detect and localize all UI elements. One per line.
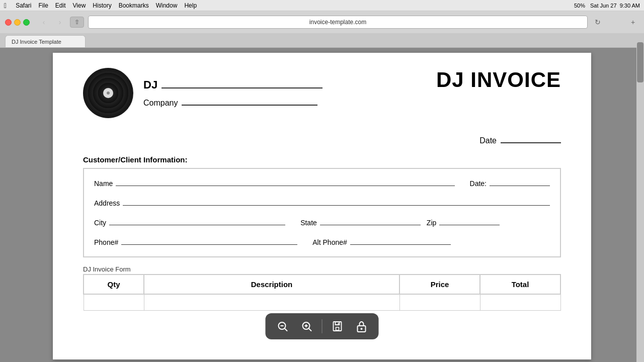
col-header-total: Total (480, 275, 560, 294)
date-section: Date (83, 133, 561, 145)
active-tab[interactable]: DJ Invoice Template (5, 35, 86, 47)
company-name-field[interactable] (182, 96, 317, 106)
lock-button[interactable] (353, 317, 371, 335)
invoice-title-section: DJ INVOICE (436, 68, 561, 92)
alt-phone-field[interactable] (350, 236, 451, 245)
table-row (84, 294, 560, 310)
zip-field[interactable] (439, 216, 500, 225)
col-header-description: Description (144, 275, 399, 294)
col-header-price: Price (399, 275, 480, 294)
invoice-header: DJ Company DJ INVOICE (83, 68, 561, 118)
city-state-zip-row: City State Zip (94, 216, 550, 227)
invoice-title: DJ INVOICE (436, 68, 561, 92)
dj-name-row: DJ (143, 78, 323, 92)
close-button[interactable] (5, 19, 12, 26)
zoom-out-button[interactable] (274, 317, 292, 335)
invoice-date-field[interactable] (501, 133, 561, 143)
zip-label: Zip (427, 219, 436, 227)
menu-bookmarks[interactable]: Bookmarks (119, 2, 149, 9)
minimize-button[interactable] (14, 19, 21, 26)
scrollbar-track[interactable] (636, 37, 644, 362)
date-field-label: Date: (470, 179, 487, 188)
toolbar-divider (322, 319, 323, 333)
form-section-label: DJ Invoice Form (83, 265, 561, 273)
menu-view[interactable]: View (73, 2, 86, 9)
date-row: Date (479, 133, 561, 145)
alt-phone-label: Alt Phone# (312, 238, 347, 246)
svg-line-2 (285, 328, 287, 331)
svg-rect-8 (336, 327, 339, 330)
company-label: Company (143, 99, 178, 108)
row1-total[interactable] (480, 294, 560, 310)
maximize-button[interactable] (23, 19, 30, 26)
zoom-in-button[interactable] (298, 317, 316, 335)
share-button[interactable]: ⇧ (70, 17, 84, 28)
pdf-toolbar (266, 313, 379, 339)
phone-row: Phone# Alt Phone# (94, 236, 550, 246)
address-bar[interactable]: invoice-template.com (88, 16, 588, 29)
save-button[interactable] (329, 317, 347, 335)
customer-info-box: Name Date: Address City State Zip (83, 168, 561, 257)
menu-file[interactable]: File (38, 2, 48, 9)
url-display: invoice-template.com (309, 19, 366, 26)
dj-name-field[interactable] (162, 78, 323, 88)
date-label: Date (479, 136, 497, 145)
menu-window[interactable]: Window (156, 2, 178, 9)
back-button[interactable]: ‹ (38, 16, 50, 28)
name-label: Name (94, 179, 113, 188)
city-field[interactable] (109, 216, 285, 225)
state-field[interactable] (320, 216, 421, 225)
name-field[interactable] (116, 177, 454, 186)
apple-menu[interactable]:  (4, 2, 7, 10)
new-tab-button[interactable]: + (627, 16, 639, 28)
browser-chrome: ‹ › ⇧ invoice-template.com ↻ + DJ Invoic… (0, 11, 644, 48)
browser-toolbar: ‹ › ⇧ invoice-template.com ↻ + (0, 11, 644, 33)
menu-edit[interactable]: Edit (55, 2, 66, 9)
invoice-table: Qty Description Price Total (83, 274, 561, 311)
svg-rect-7 (334, 322, 342, 331)
state-label: State (300, 219, 317, 227)
browser-tabs: DJ Invoice Template (0, 33, 644, 47)
traffic-lights (5, 19, 30, 26)
tab-title: DJ Invoice Template (12, 39, 61, 45)
row1-price[interactable] (399, 294, 480, 310)
reload-button[interactable]: ↻ (592, 16, 604, 28)
page-container: DJ Company DJ INVOICE Date C (0, 48, 644, 362)
row1-description[interactable] (144, 294, 399, 310)
client-date-field[interactable] (490, 177, 550, 186)
dj-label: DJ (143, 78, 157, 92)
col-header-qty: Qty (84, 275, 144, 294)
paper-document: DJ Company DJ INVOICE Date C (53, 53, 591, 359)
menu-help[interactable]: Help (184, 2, 197, 9)
svg-line-6 (309, 328, 311, 331)
battery-status: 50% (574, 3, 585, 9)
vinyl-center (103, 88, 113, 98)
customer-section-label: Customer/Client Information: (83, 155, 561, 164)
name-date-row: Name Date: (94, 177, 550, 188)
phone-field[interactable] (121, 236, 297, 245)
vinyl-record-icon (83, 68, 133, 118)
vinyl-dot (107, 92, 110, 95)
company-row: Company (143, 96, 323, 108)
address-label: Address (94, 199, 120, 207)
forward-button[interactable]: › (54, 16, 66, 28)
address-row: Address (94, 197, 550, 207)
dj-info: DJ Company (143, 78, 323, 108)
row1-qty[interactable] (84, 294, 144, 310)
menu-history[interactable]: History (93, 2, 111, 9)
menu-safari[interactable]: Safari (16, 2, 31, 9)
date-time: Sat Jun 27 9:30 AM (590, 3, 640, 9)
phone-label: Phone# (94, 238, 118, 246)
city-label: City (94, 219, 106, 227)
address-field[interactable] (123, 197, 550, 206)
svg-point-11 (361, 328, 363, 330)
menubar:  Safari File Edit View History Bookmark… (0, 0, 644, 11)
scrollbar-thumb[interactable] (637, 42, 643, 82)
dj-branding: DJ Company (83, 68, 323, 118)
